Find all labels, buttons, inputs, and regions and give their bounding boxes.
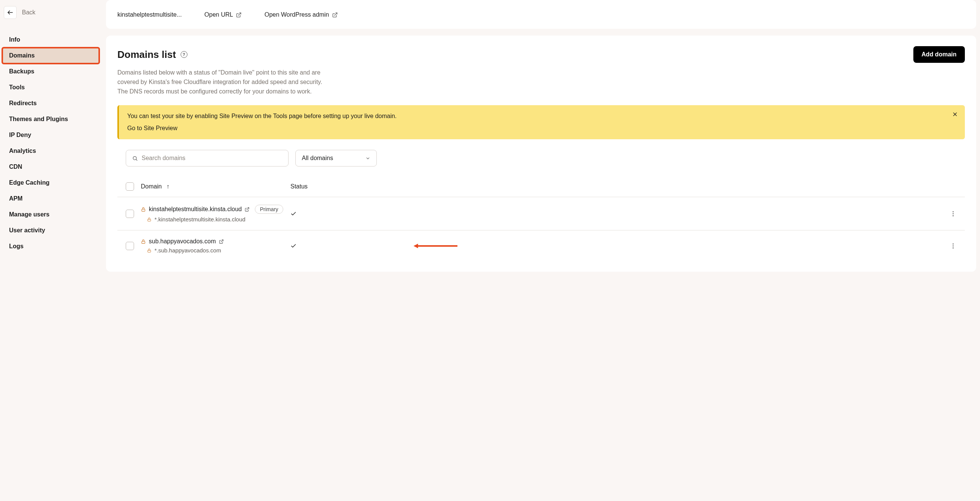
- page-title: Domains list ?: [118, 49, 188, 60]
- sidebar-item-manage-users[interactable]: Manage users: [0, 207, 102, 222]
- row-checkbox[interactable]: [126, 242, 134, 250]
- domains-description: Domains listed below with a status of "D…: [118, 68, 329, 96]
- open-url-label: Open URL: [204, 11, 233, 18]
- filter-selected-label: All domains: [302, 155, 333, 162]
- svg-rect-7: [142, 209, 145, 211]
- status-live-icon: [290, 243, 941, 249]
- lock-icon: [147, 248, 151, 253]
- sidebar-item-tools[interactable]: Tools: [0, 79, 102, 95]
- back-button[interactable]: [4, 6, 17, 19]
- svg-point-17: [953, 246, 953, 246]
- open-wp-admin-link[interactable]: Open WordPress admin: [264, 11, 337, 18]
- domain-name[interactable]: sub.happyavocados.com: [149, 238, 216, 245]
- arrow-left-icon: [7, 9, 14, 16]
- banner-text: You can test your site by enabling Site …: [127, 113, 946, 120]
- svg-line-1: [239, 13, 241, 15]
- column-status[interactable]: Status: [290, 183, 307, 190]
- banner-link[interactable]: Go to Site Preview: [127, 125, 178, 131]
- site-header-card: kinstahelptestmultisite... Open URL Open…: [106, 0, 976, 29]
- svg-point-16: [953, 243, 953, 244]
- svg-line-8: [247, 208, 249, 210]
- row-checkbox[interactable]: [126, 209, 134, 218]
- primary-badge: Primary: [255, 205, 283, 214]
- wildcard-domain: *.kinstahelptestmultisite.kinsta.cloud: [154, 216, 245, 222]
- domains-table: Domain ↑ Status k: [106, 179, 976, 261]
- close-icon: [952, 111, 958, 117]
- back-row: Back: [0, 4, 102, 21]
- external-link-icon: [236, 12, 242, 18]
- row-actions-button[interactable]: [950, 210, 956, 217]
- page-title-text: Domains list: [118, 49, 176, 60]
- svg-line-6: [136, 159, 137, 160]
- svg-point-12: [953, 215, 953, 216]
- svg-rect-15: [148, 250, 151, 252]
- column-domain[interactable]: Domain ↑: [141, 183, 170, 190]
- add-domain-button[interactable]: Add domain: [913, 46, 965, 63]
- svg-point-11: [953, 213, 953, 214]
- close-banner-button[interactable]: [952, 111, 958, 117]
- status-live-icon: [290, 211, 941, 217]
- table-row: kinstahelptestmultisite.kinsta.cloud Pri…: [118, 197, 965, 230]
- external-link-icon[interactable]: [219, 239, 224, 244]
- svg-line-2: [334, 13, 337, 15]
- search-domains-field[interactable]: [142, 155, 282, 162]
- sidebar-item-apm[interactable]: APM: [0, 191, 102, 207]
- back-label: Back: [22, 9, 36, 16]
- annotation-arrow-icon: [413, 243, 458, 249]
- more-vertical-icon: [950, 210, 956, 217]
- open-wp-label: Open WordPress admin: [264, 11, 329, 18]
- sidebar-item-themes-plugins[interactable]: Themes and Plugins: [0, 111, 102, 127]
- sidebar-item-edge-caching[interactable]: Edge Caching: [0, 175, 102, 191]
- lock-icon: [147, 217, 151, 222]
- sidebar-nav: Info Domains Backups Tools Redirects The…: [0, 32, 102, 254]
- sidebar-item-user-activity[interactable]: User activity: [0, 222, 102, 238]
- sidebar: Back Info Domains Backups Tools Redirect…: [0, 0, 102, 501]
- lock-icon: [141, 207, 146, 212]
- external-link-icon: [332, 12, 338, 18]
- svg-marker-20: [414, 244, 418, 248]
- table-header-row: Domain ↑ Status: [118, 179, 965, 197]
- sidebar-item-analytics[interactable]: Analytics: [0, 143, 102, 159]
- sidebar-item-redirects[interactable]: Redirects: [0, 95, 102, 111]
- svg-point-10: [953, 211, 953, 212]
- sidebar-item-ip-deny[interactable]: IP Deny: [0, 127, 102, 143]
- wildcard-domain: *.sub.happyavocados.com: [154, 247, 221, 254]
- table-row: sub.happyavocados.com *.sub.happyavocado…: [118, 230, 965, 261]
- chevron-down-icon: [366, 156, 370, 161]
- sidebar-item-cdn[interactable]: CDN: [0, 159, 102, 175]
- search-domains-input[interactable]: [126, 150, 288, 166]
- site-preview-banner: You can test your site by enabling Site …: [118, 105, 965, 139]
- domains-card: Domains list ? Add domain Domains listed…: [106, 36, 976, 272]
- more-vertical-icon: [950, 243, 956, 249]
- sidebar-item-info[interactable]: Info: [0, 32, 102, 48]
- sort-asc-icon: ↑: [167, 183, 170, 190]
- open-url-link[interactable]: Open URL: [204, 11, 242, 18]
- svg-line-14: [221, 240, 223, 242]
- sidebar-item-logs[interactable]: Logs: [0, 238, 102, 254]
- svg-rect-9: [148, 219, 151, 221]
- select-all-checkbox[interactable]: [126, 182, 134, 191]
- svg-rect-13: [142, 241, 145, 243]
- help-icon[interactable]: ?: [181, 51, 188, 58]
- lock-icon: [141, 239, 146, 244]
- external-link-icon[interactable]: [245, 207, 250, 212]
- sidebar-item-domains[interactable]: Domains: [2, 48, 99, 63]
- domains-filter-select[interactable]: All domains: [295, 150, 377, 166]
- row-actions-button[interactable]: [950, 243, 956, 249]
- site-name: kinstahelptestmultisite...: [118, 11, 182, 18]
- domain-name[interactable]: kinstahelptestmultisite.kinsta.cloud: [149, 206, 242, 212]
- svg-point-18: [953, 247, 953, 248]
- search-icon: [132, 155, 138, 161]
- main: kinstahelptestmultisite... Open URL Open…: [102, 0, 980, 501]
- sidebar-item-backups[interactable]: Backups: [0, 63, 102, 79]
